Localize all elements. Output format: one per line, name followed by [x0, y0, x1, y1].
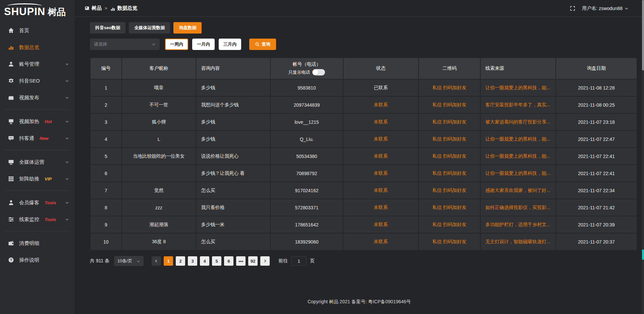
page-button-3[interactable]: 3	[188, 256, 197, 266]
sidebar: SHUPIN 树品 首页数据总览账号管理抖音SEO视频发布视频加热Hot抖客通N…	[0, 0, 74, 314]
tab-omnimedia-operation-data[interactable]: 全媒体运营数据	[129, 22, 170, 34]
table-row: 7觉然怎么买917024162未联系私信 扫码加好友感谢大家喜欢我家，被问了好.…	[90, 182, 637, 199]
side-widget-tab[interactable]	[642, 250, 644, 260]
svg-text:?: ?	[10, 258, 12, 262]
cell-qrcode: 私信 扫码加好友	[419, 113, 480, 130]
sidebar-item-data-overview[interactable]: 数据总览	[0, 39, 74, 56]
qrcode-link[interactable]: 私信 扫码加好友	[432, 188, 467, 193]
source-link[interactable]: 无主灯设计，智能磁吸轨道灯...	[485, 239, 550, 244]
logo: SHUPIN 树品	[0, 0, 74, 19]
tab-bar: 抖音seo数据全媒体运营数据询盘数据	[90, 22, 637, 34]
range-button-one-week[interactable]: 一周内	[165, 39, 188, 50]
sidebar-item-member-baoke[interactable]: 会员爆客Tools	[0, 194, 74, 211]
cell-date: 2021-11-08 12:28	[556, 79, 637, 96]
col-header-account: 帐号（电话）只显示电话	[270, 58, 343, 79]
sidebar-item-video-publish[interactable]: 视频发布	[0, 89, 74, 106]
goto-page: 前往页	[278, 256, 315, 266]
sidebar-item-douketong[interactable]: 抖客通New	[0, 130, 74, 147]
cell-content: 怎么买	[196, 233, 270, 250]
qrcode-link[interactable]: 私信 扫码加好友	[432, 85, 467, 90]
cell-id: 3	[90, 113, 122, 130]
range-button-three-months[interactable]: 三月内	[219, 39, 241, 50]
page-button-6[interactable]: 6	[224, 256, 233, 266]
qrcode-link[interactable]: 私信 扫码加好友	[432, 102, 467, 107]
qrcode-link[interactable]: 私信 扫码加好友	[432, 170, 467, 176]
page-button-5[interactable]: 5	[212, 256, 221, 266]
chevron-down-icon	[65, 217, 69, 221]
cell-nickname: 36度 8	[122, 233, 196, 250]
page-button-4[interactable]: 4	[200, 256, 209, 266]
sidebar-item-label: 视频发布	[19, 95, 39, 101]
sidebar-item-omnimedia-operation[interactable]: 全媒体运营	[0, 154, 74, 170]
page-button-2[interactable]: 2	[176, 256, 185, 266]
scrollbar-thumb[interactable]	[642, 0, 644, 70]
sidebar-item-consumption-details[interactable]: 消费明细	[0, 235, 74, 252]
search-button[interactable]: 查询	[249, 39, 276, 50]
qrcode-link[interactable]: 私信 扫码加好友	[432, 136, 467, 142]
chevron-down-icon	[65, 79, 69, 83]
bubble-icon	[8, 135, 14, 141]
source-link[interactable]: 客厅安装投影半年多了，真实...	[485, 102, 550, 107]
breadcrumb-home[interactable]: 树品	[85, 5, 102, 11]
source-link[interactable]: 让你一眼就爱上的黑科技，能...	[485, 170, 550, 176]
user-menu[interactable]: 用户名: zswodun88	[582, 5, 629, 11]
source-link[interactable]: 感谢大家喜欢我家，被问了好...	[485, 188, 550, 193]
source-link[interactable]: 让你一眼就爱上的黑科技，能...	[485, 136, 550, 142]
sidebar-item-lead-monitoring[interactable]: 线索监控Tools	[0, 211, 74, 228]
sidebar-item-label: 抖音SEO	[19, 78, 40, 84]
col-header-nickname: 客户昵称	[122, 58, 196, 79]
main-area: 树品>数据总览 用户名: zswodun88 抖音seo数据全媒体运营数据询盘数…	[74, 0, 644, 314]
sidebar-item-label: 抖客通	[19, 135, 34, 142]
next-page-button[interactable]	[260, 256, 270, 266]
sidebar-item-home[interactable]: 首页	[0, 22, 74, 39]
breadcrumb-label: 树品	[92, 5, 102, 11]
col-header-source: 线索来源	[480, 58, 556, 79]
goto-page-input[interactable]	[291, 256, 307, 266]
cell-status: 已联系	[343, 79, 419, 96]
breadcrumb-data-overview[interactable]: 数据总览	[110, 5, 138, 11]
source-link[interactable]: 多功能护栏灯，适用于乡村文...	[485, 222, 550, 227]
phone-only-toggle[interactable]	[312, 69, 325, 75]
range-button-one-month[interactable]: 一月内	[192, 39, 215, 50]
sidebar-item-label: 视频加热	[19, 118, 39, 125]
chevron-down-icon	[65, 177, 69, 181]
cell-content: 怎么买	[196, 182, 270, 199]
cell-date: 2021-11-07 22:41	[556, 165, 637, 182]
page-button-92[interactable]: 92	[248, 256, 258, 266]
source-link[interactable]: 如何正确选择投影仪，买投影...	[485, 205, 550, 210]
source-link[interactable]: 让你一眼就爱上的黑科技，能...	[485, 85, 550, 90]
cell-account: 50534380	[270, 148, 343, 165]
fullscreen-icon[interactable]	[570, 6, 575, 11]
cell-account: Q_Liu.	[270, 130, 343, 148]
cell-status: 未联系	[343, 96, 419, 113]
sidebar-item-video-heating[interactable]: 视频加热Hot	[0, 113, 74, 130]
cell-id: 5	[90, 148, 122, 165]
prev-page-button[interactable]	[152, 256, 161, 266]
wallet-icon	[8, 240, 14, 246]
page-size-select[interactable]: 10条/页	[114, 256, 144, 266]
tab-inquiry-data[interactable]: 询盘数据	[173, 22, 202, 34]
sidebar-item-matrix-boost[interactable]: 矩阵助推VIP	[0, 170, 74, 187]
sidebar-item-operation-guide[interactable]: ?操作说明	[0, 252, 74, 268]
page-button-1[interactable]: 1	[164, 256, 173, 266]
source-link[interactable]: 被大家追着问的客厅投影分享...	[485, 119, 550, 124]
source-link[interactable]: 让你一眼就爱上的黑科技，能...	[485, 153, 550, 159]
tab-douyin-seo-data[interactable]: 抖音seo数据	[90, 22, 125, 34]
qrcode-link[interactable]: 私信 扫码加好友	[432, 119, 467, 124]
table-row: 2不可一世我想问这个多少钱2097344839未联系私信 扫码加好友客厅安装投影…	[90, 96, 637, 113]
filter-select[interactable]: 请选择	[90, 39, 160, 50]
col-header-id: 编号	[90, 58, 122, 79]
cell-source: 多功能护栏灯，适用于乡村文...	[480, 216, 556, 233]
sidebar-item-douyin-seo[interactable]: 抖音SEO	[0, 72, 74, 89]
qrcode-link[interactable]: 私信 扫码加好友	[432, 205, 467, 210]
status-badge: 未联系	[374, 170, 388, 176]
qrcode-link[interactable]: 私信 扫码加好友	[432, 153, 467, 159]
filter-bar: 请选择 一周内一月内三月内 查询	[90, 39, 637, 50]
page-ellipsis-button[interactable]: •••	[236, 256, 246, 266]
sidebar-item-account-management[interactable]: 账号管理	[0, 56, 74, 72]
qrcode-link[interactable]: 私信 扫码加好友	[432, 222, 467, 227]
qrcode-link[interactable]: 私信 扫码加好友	[432, 239, 467, 244]
cell-id: 1	[90, 79, 122, 96]
cell-id: 10	[90, 233, 122, 250]
col-header-date: 询盘日期	[556, 58, 637, 79]
